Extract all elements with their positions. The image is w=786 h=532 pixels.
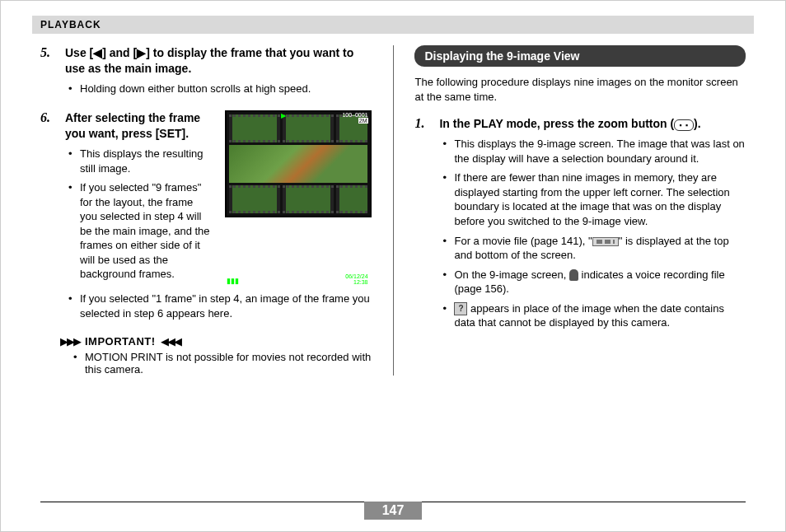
- step-1-bullet: ? appears in place of the image when the…: [442, 301, 746, 330]
- microphone-icon: [569, 269, 578, 281]
- page: PLAYBACK 5. Use [◀] and [▶] to display t…: [0, 0, 786, 532]
- page-number: 147: [364, 502, 422, 520]
- battery-icon: ▮▮▮: [227, 277, 239, 285]
- step-1-title: In the PLAY mode, press the zoom button …: [439, 116, 746, 132]
- step-1: 1. In the PLAY mode, press the zoom butt…: [414, 116, 746, 334]
- step-5-title: Use [◀] and [▶] to display the frame tha…: [65, 45, 372, 77]
- step-6-bullet: If you selected "9 frames" for the layou…: [68, 180, 213, 282]
- right-column: Displaying the 9-image View The followin…: [414, 45, 746, 376]
- filmstrip-icon: [592, 237, 619, 246]
- step-6-bullet: This displays the resulting still image.: [68, 147, 213, 175]
- section-header: PLAYBACK: [32, 16, 754, 34]
- step-number: 1.: [414, 116, 433, 334]
- lcd-file-counter: 100–0001 2M: [342, 112, 367, 124]
- step-number: 5.: [40, 45, 58, 100]
- column-divider: [393, 45, 394, 376]
- step-5-bullet: Holding down either button scrolls at hi…: [68, 82, 372, 96]
- step-number: 6.: [40, 110, 58, 325]
- arrow-right-icon: ▶▶▶: [60, 335, 80, 348]
- important-label: IMPORTANT!: [85, 335, 156, 348]
- step-6-bullet: If you selected "1 frame" in step 4, an …: [68, 292, 372, 320]
- lcd-datetime: 06/12/2412:38: [345, 273, 367, 285]
- play-icon: ▶: [281, 112, 286, 119]
- left-column: 5. Use [◀] and [▶] to display the frame …: [40, 45, 372, 376]
- zoom-out-icon: ▪ ▪: [674, 119, 694, 131]
- section-heading: Displaying the 9-image View: [414, 45, 746, 67]
- important-body: MOTION PRINT is not possible for movies …: [73, 351, 372, 376]
- step-1-bullet: For a movie file (page 141), "" is displ…: [442, 234, 746, 263]
- lcd-example-image: ▶ 100–0001 2M 06/12/2412:38 ▮▮▮: [225, 110, 372, 287]
- step-1-bullet: On the 9-image screen, indicates a voice…: [442, 268, 746, 296]
- step-1-bullet: If there are fewer than nine images in m…: [442, 170, 746, 228]
- page-footer: 147: [40, 502, 746, 520]
- section-intro: The following procedure displays nine im…: [414, 75, 746, 105]
- important-heading: ▶▶▶ IMPORTANT! ◀◀◀: [60, 335, 372, 348]
- step-6: 6. After selecting the frame you want, p…: [40, 110, 372, 325]
- two-column-layout: 5. Use [◀] and [▶] to display the frame …: [40, 45, 746, 376]
- arrow-left-icon: ◀◀◀: [161, 335, 180, 348]
- unknown-file-icon: ?: [454, 302, 467, 315]
- section-label: PLAYBACK: [40, 19, 101, 30]
- step-5: 5. Use [◀] and [▶] to display the frame …: [40, 45, 372, 100]
- step-6-title: After selecting the frame you want, pres…: [65, 110, 213, 142]
- step-1-bullet: This displays the 9-image screen. The im…: [442, 137, 746, 166]
